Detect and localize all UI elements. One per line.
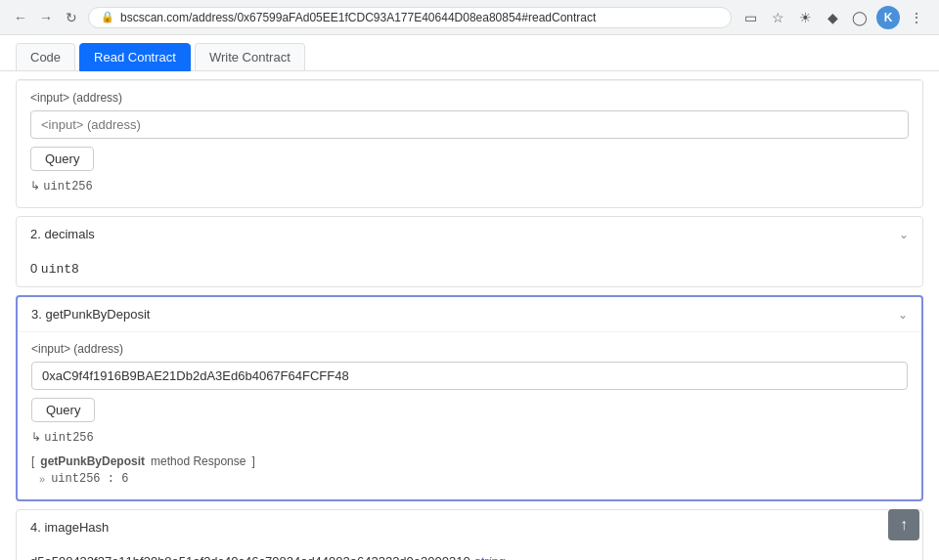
section-3-header[interactable]: 3. getPunkByDeposit ⌄: [18, 297, 921, 331]
section-2-title: 2. decimals: [30, 227, 95, 241]
address-bar[interactable]: 🔒 bscscan.com/address/0x67599aFAd05EE1fC…: [88, 7, 732, 28]
section-2: 2. decimals ⌄ 0 uint8: [16, 216, 923, 287]
section-3-input-label: <input> (address): [31, 342, 908, 356]
browser-chrome: ← → ↻ 🔒 bscscan.com/address/0x67599aFAd0…: [0, 0, 939, 35]
url-text: bscscan.com/address/0x67599aFAd05EE1fCDC…: [120, 11, 596, 24]
section-3-query-button[interactable]: Query: [31, 398, 95, 422]
back-button[interactable]: ←: [12, 9, 29, 26]
tab-write-contract[interactable]: Write Contract: [195, 43, 305, 70]
profile-avatar[interactable]: K: [876, 6, 900, 29]
section-4-type: string: [474, 554, 506, 560]
section-3-response-method: getPunkByDeposit: [40, 454, 145, 468]
section-3-response-label: method Response: [151, 454, 246, 468]
page-content: Code Read Contract Write Contract <input…: [0, 35, 939, 560]
section-3-chevron: ⌄: [898, 308, 908, 322]
scroll-top-button[interactable]: ↑: [888, 509, 919, 540]
tab-bar: Code Read Contract Write Contract: [0, 35, 939, 71]
extension-icon-1[interactable]: ☀: [794, 7, 816, 28]
section-4-value: d5a598432f27e11bf39b8e51af3dc40c46c79824…: [17, 544, 922, 560]
section-3-response-value: » uint256 : 6: [31, 472, 908, 486]
lock-icon: 🔒: [101, 11, 114, 23]
tab-code[interactable]: Code: [16, 43, 75, 70]
section-2-header[interactable]: 2. decimals ⌄: [17, 217, 922, 251]
section-3-return-type: ↳ uint256: [31, 430, 908, 445]
bracket-open: [: [31, 454, 34, 468]
bracket-close: ]: [251, 454, 254, 468]
section-4-header[interactable]: 4. imageHash ⌄: [17, 510, 922, 544]
section-1-input-label: <input> (address): [30, 91, 909, 105]
section-3-response-line: [ getPunkByDeposit method Response ]: [31, 454, 908, 468]
section-3-title: 3. getPunkByDeposit: [31, 307, 150, 322]
reload-button[interactable]: ↻: [63, 9, 80, 26]
section-1-input[interactable]: [30, 110, 909, 139]
browser-actions: ▭ ☆ ☀ ◆ ◯ K ⋮: [739, 6, 927, 29]
bookmark-icon[interactable]: ☆: [767, 7, 788, 28]
section-4-title: 4. imageHash: [30, 520, 109, 535]
forward-button[interactable]: →: [37, 9, 55, 26]
section-2-chevron: ⌄: [899, 228, 909, 241]
section-1: <input> (address) Query ↳ uint256: [16, 79, 923, 208]
extensions-icon[interactable]: ◯: [849, 7, 871, 28]
extension-icon-2[interactable]: ◆: [822, 7, 843, 28]
section-1-body: <input> (address) Query ↳ uint256: [17, 80, 922, 207]
section-1-return-type: ↳ uint256: [30, 179, 909, 194]
section-2-value: 0 uint8: [17, 251, 922, 286]
section-1-query-button[interactable]: Query: [30, 147, 94, 171]
menu-icon[interactable]: ⋮: [906, 7, 927, 28]
section-4: 4. imageHash ⌄ d5a598432f27e11bf39b8e51a…: [16, 509, 923, 560]
arrow-right-icon: »: [39, 473, 45, 485]
section-3-response: [ getPunkByDeposit method Response ] » u…: [31, 454, 908, 486]
tab-read-contract[interactable]: Read Contract: [79, 43, 191, 71]
section-3-input[interactable]: [31, 362, 908, 390]
section-3: 3. getPunkByDeposit ⌄ <input> (address) …: [16, 295, 923, 501]
cast-icon[interactable]: ▭: [739, 7, 761, 28]
section-3-body: <input> (address) Query ↳ uint256 [ getP…: [18, 331, 921, 499]
